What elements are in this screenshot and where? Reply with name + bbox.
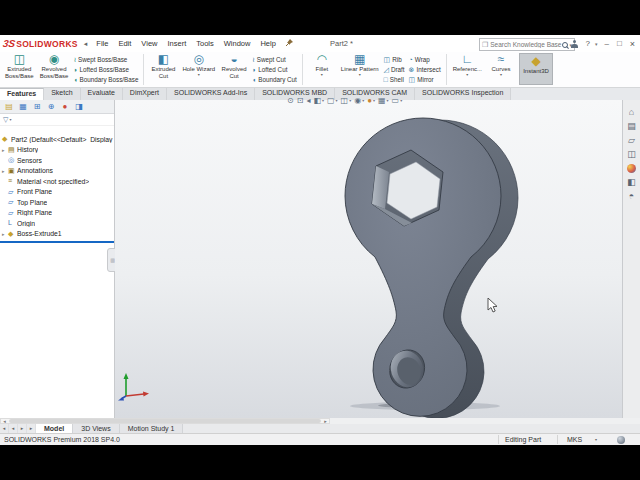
dropdown-caret-icon: ▾ bbox=[321, 73, 323, 77]
task-pane-icon[interactable]: ▤ bbox=[625, 122, 639, 131]
ribbon-tab[interactable]: Evaluate bbox=[81, 88, 123, 100]
ribbon-tab[interactable]: DimXpert bbox=[123, 88, 167, 100]
units-caret-icon[interactable]: ▾ bbox=[595, 437, 597, 442]
maximize-button[interactable]: □ bbox=[614, 39, 625, 48]
ribbon-button[interactable]: ◗ Lofted Boss/Base bbox=[73, 65, 138, 74]
menu-item[interactable]: View bbox=[136, 39, 162, 48]
view-tool-icon[interactable]: ⊙ bbox=[287, 96, 294, 105]
ribbon-button[interactable]: ▦ Linear Pattern ▾ bbox=[338, 52, 382, 87]
menu-item[interactable]: Window bbox=[219, 39, 256, 48]
feature-icon: ≈ bbox=[498, 53, 505, 66]
task-pane-icon[interactable]: ◧ bbox=[625, 178, 639, 187]
tree-root-item[interactable]: ◆ Part2 (Default<<Default>_Display S bbox=[0, 134, 114, 145]
scrollbar-thumb[interactable] bbox=[9, 419, 321, 423]
pin-toolbar-icon[interactable] bbox=[285, 38, 294, 49]
menu-flyout-arrow-icon[interactable]: ◂ bbox=[84, 40, 88, 48]
menu-item[interactable]: Edit bbox=[113, 39, 136, 48]
tree-item[interactable]: L Origin bbox=[0, 218, 114, 229]
menu-item[interactable]: Help bbox=[255, 39, 280, 48]
ribbon-button[interactable]: ◖ Boundary Cut bbox=[252, 75, 297, 84]
ribbon-button[interactable]: ◒ Revolved Cut bbox=[218, 52, 250, 87]
tab-nav-icon[interactable]: ◂ bbox=[0, 424, 9, 433]
ribbon-button[interactable]: □ Shell bbox=[384, 75, 405, 84]
view-tool-icon[interactable]: ◧ ▾ bbox=[313, 96, 324, 105]
ribbon-button[interactable]: ≀ Swept Boss/Base bbox=[73, 55, 138, 64]
graphics-viewport[interactable] bbox=[115, 100, 622, 418]
search-box[interactable]: ❐ ▾ bbox=[479, 38, 575, 51]
ribbon-button[interactable]: ◔ Wrap bbox=[409, 55, 441, 64]
view-tool-icon[interactable]: ◫ ▾ bbox=[341, 96, 352, 105]
status-sphere-icon[interactable] bbox=[617, 436, 625, 444]
manager-tab-icon[interactable]: ▦ bbox=[16, 102, 30, 111]
ribbon-tab[interactable]: Features bbox=[0, 88, 44, 100]
ribbon-button[interactable]: ◎ Hole Wizard ▾ bbox=[179, 52, 218, 87]
view-tool-icon[interactable]: ◂ bbox=[306, 96, 310, 105]
tab-nav-icon[interactable]: ▸ bbox=[27, 424, 36, 433]
view-tool-icon[interactable]: ▭ ▾ bbox=[392, 96, 403, 105]
ribbon-tab[interactable]: Sketch bbox=[44, 88, 80, 100]
task-pane-icon[interactable]: ◫ bbox=[625, 150, 639, 159]
tree-item[interactable]: ▱ Right Plane bbox=[0, 208, 114, 219]
study-tab[interactable]: Model bbox=[36, 424, 73, 433]
search-input[interactable] bbox=[490, 40, 562, 49]
tree-item[interactable]: ▸ ◆ Boss-Extrude1 bbox=[0, 229, 114, 240]
view-tool-icon[interactable]: ▦ ▾ bbox=[378, 96, 389, 105]
view-tool-icon[interactable]: ● ▾ bbox=[367, 96, 375, 105]
task-pane-icon[interactable] bbox=[627, 164, 636, 173]
manager-tab-icon[interactable]: ▤ bbox=[2, 102, 16, 111]
task-pane-icon[interactable]: ◓ bbox=[625, 192, 639, 201]
ribbon-button[interactable]: ≀ Swept Cut bbox=[252, 55, 297, 64]
study-tab[interactable]: 3D Views bbox=[73, 424, 119, 433]
tree-item[interactable]: ▱ Top Plane bbox=[0, 197, 114, 208]
ribbon-button[interactable]: ◖ Boundary Boss/Base bbox=[73, 75, 138, 84]
tree-item[interactable]: ▱ Front Plane bbox=[0, 187, 114, 198]
task-pane-icon[interactable]: ▱ bbox=[625, 136, 639, 145]
feature-icon: ◎ bbox=[194, 53, 204, 66]
help-caret-icon[interactable]: ▾ bbox=[595, 41, 598, 47]
menu-item[interactable]: Insert bbox=[162, 39, 191, 48]
login-icon[interactable] bbox=[571, 40, 578, 48]
ribbon-button[interactable]: ◫ Extruded Boss/Base bbox=[2, 52, 37, 87]
study-tab[interactable]: Motion Study 1 bbox=[120, 424, 184, 433]
ribbon-button[interactable]: ◉ Revolved Boss/Base bbox=[37, 52, 72, 87]
search-icon[interactable] bbox=[562, 42, 568, 48]
part-model[interactable] bbox=[115, 100, 622, 418]
tree-item[interactable]: ▸ ▣ Annotations bbox=[0, 166, 114, 177]
ribbon-button[interactable]: ≈ Curves ▾ bbox=[485, 52, 517, 87]
manager-tab-icon[interactable]: ◨ bbox=[72, 102, 86, 111]
filter-icon[interactable]: ▽ bbox=[3, 116, 8, 124]
menu-item[interactable]: File bbox=[91, 39, 113, 48]
manager-tab-icon[interactable]: ● bbox=[58, 102, 72, 111]
view-tool-icon[interactable]: ⊡ bbox=[297, 96, 304, 105]
task-pane-icon[interactable]: ⌂ bbox=[625, 108, 639, 117]
tree-item[interactable]: ≡ Material <not specified> bbox=[0, 176, 114, 187]
tree-item[interactable]: ▸ ▤ History bbox=[0, 145, 114, 156]
ribbon-button[interactable]: ◧ Extruded Cut bbox=[147, 52, 179, 87]
tab-nav-icon[interactable]: ▸ bbox=[18, 424, 27, 433]
view-tool-icon[interactable]: ▢ ▾ bbox=[327, 96, 338, 105]
ribbon-tab[interactable]: SOLIDWORKS Inspection bbox=[415, 88, 511, 100]
manager-tab-icon[interactable]: ⊞ bbox=[30, 102, 44, 111]
help-button[interactable]: ? bbox=[582, 39, 592, 48]
ribbon-button[interactable]: ⊗ Intersect bbox=[409, 65, 441, 74]
ribbon-button[interactable]: ◿ Draft bbox=[384, 65, 405, 74]
tab-nav-icon[interactable]: ◂ bbox=[9, 424, 18, 433]
menu-item[interactable]: Tools bbox=[191, 39, 219, 48]
ribbon-button[interactable]: ◠ Fillet ▾ bbox=[306, 52, 338, 87]
minimize-button[interactable]: – bbox=[601, 39, 611, 48]
scroll-left-icon[interactable]: ◂ bbox=[1, 419, 8, 424]
ribbon-button[interactable]: ◗ Lofted Cut bbox=[252, 65, 297, 74]
filter-caret-icon[interactable]: ▾ bbox=[9, 117, 11, 122]
view-tool-icon[interactable]: ◉ ▾ bbox=[354, 96, 364, 105]
ribbon-button[interactable]: ∟ Referenc... ▾ bbox=[450, 52, 485, 87]
ribbon-button[interactable]: ◫ Mirror bbox=[409, 75, 441, 84]
tree-item[interactable]: ◎ Sensors bbox=[0, 155, 114, 166]
close-button[interactable]: × bbox=[627, 39, 638, 49]
scroll-right-icon[interactable]: ▸ bbox=[322, 419, 329, 424]
manager-tab-icon[interactable]: ⊕ bbox=[44, 102, 58, 111]
instant3d-button[interactable]: ◆ Instant3D bbox=[519, 53, 553, 85]
units-selector[interactable]: MKS bbox=[567, 436, 582, 443]
rollback-bar[interactable] bbox=[0, 241, 114, 243]
ribbon-tab[interactable]: SOLIDWORKS Add-Ins bbox=[167, 88, 255, 100]
ribbon-button[interactable]: ◫ Rib bbox=[384, 55, 405, 64]
